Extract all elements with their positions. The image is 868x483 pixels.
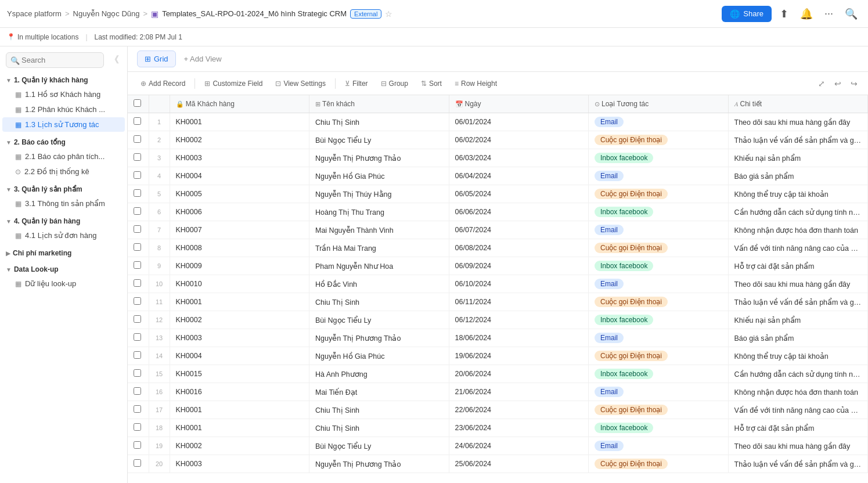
sidebar-section-header-3[interactable]: ▼ 3. Quản lý sản phẩm bbox=[0, 182, 127, 196]
table-row[interactable]: 7 KH0007 Mai Nguyễn Thành Vinh 06/07/202… bbox=[128, 221, 868, 239]
location-label: In multiple locations bbox=[17, 33, 78, 41]
row-checkbox[interactable] bbox=[134, 117, 141, 125]
view-settings-button[interactable]: ⊡ View Settings bbox=[269, 77, 332, 91]
cell-chi-tiet: Thảo luận về vấn đề sản phẩm và giải phá… bbox=[728, 293, 868, 311]
cell-loai-tt: Cuộc gọi Điện thoại bbox=[589, 131, 729, 149]
row-checkbox[interactable] bbox=[134, 171, 141, 179]
table-row[interactable]: 12 KH0002 Bùi Ngọc Tiểu Ly 06/12/2024 In… bbox=[128, 311, 868, 329]
table-row[interactable]: 1 KH0001 Chiu Thị Sinh 06/01/2024 Email … bbox=[128, 113, 868, 131]
sidebar-item-2-2[interactable]: ⊙ 2.2 Đồ thị thống kê bbox=[2, 164, 125, 179]
cell-num: 5 bbox=[149, 185, 170, 203]
sidebar-item-1-3[interactable]: ▦ 1.3 Lịch sử Tương tác bbox=[2, 117, 125, 132]
cell-ten-kh: Bùi Ngọc Tiểu Ly bbox=[309, 437, 449, 455]
table-row[interactable]: 9 KH0009 Pham Nguyễn Như Hoa 06/09/2024 … bbox=[128, 257, 868, 275]
sidebar-item-4-1[interactable]: ▦ 4.1 Lịch sử đơn hàng bbox=[2, 228, 125, 243]
table-row[interactable]: 2 KH0002 Bùi Ngọc Tiểu Ly 06/02/2024 Cuộ… bbox=[128, 131, 868, 149]
cell-num: 2 bbox=[149, 131, 170, 149]
col-ten-kh: ⊞Tên khách bbox=[309, 95, 449, 113]
table-row[interactable]: 5 KH0005 Nguyễn Thị Thúy Hằng 06/05/2024… bbox=[128, 185, 868, 203]
table-row[interactable]: 11 KH0001 Chiu Thị Sinh 06/11/2024 Cuộc … bbox=[128, 293, 868, 311]
row-checkbox[interactable] bbox=[134, 153, 141, 161]
table-row[interactable]: 17 KH0001 Chiu Thị Sinh 22/06/2024 Cuộc … bbox=[128, 401, 868, 419]
cell-ma-kh: KH0003 bbox=[170, 455, 309, 473]
star-icon[interactable]: ☆ bbox=[385, 9, 392, 19]
row-checkbox[interactable] bbox=[134, 441, 141, 449]
table-row[interactable]: 16 KH0016 Mai Tiến Đạt 21/06/2024 Email … bbox=[128, 383, 868, 401]
cell-num: 17 bbox=[149, 401, 170, 419]
row-checkbox[interactable] bbox=[134, 279, 141, 287]
select-all-checkbox[interactable] bbox=[134, 99, 141, 107]
sidebar-section-header-5[interactable]: ▶ Chi phí marketing bbox=[0, 246, 127, 259]
cell-ma-kh: KH0002 bbox=[170, 131, 309, 149]
filter-button[interactable]: ⊻ Filter bbox=[339, 77, 374, 91]
row-checkbox[interactable] bbox=[134, 351, 141, 359]
table-row[interactable]: 19 KH0002 Bùi Ngọc Tiểu Ly 24/06/2024 Em… bbox=[128, 437, 868, 455]
table-row[interactable]: 10 KH0010 Hồ Đắc Vinh 06/10/2024 Email T… bbox=[128, 275, 868, 293]
table-row[interactable]: 14 KH0004 Nguyễn Hồ Gia Phúc 19/06/2024 … bbox=[128, 347, 868, 365]
sidebar-item-label-3-1: 3.1 Thông tin sản phẩm bbox=[25, 199, 105, 208]
group-button[interactable]: ⊟ Group bbox=[375, 77, 414, 91]
row-checkbox[interactable] bbox=[134, 243, 141, 251]
row-checkbox[interactable] bbox=[134, 297, 141, 305]
sidebar-item-3-1[interactable]: ▦ 3.1 Thông tin sản phẩm bbox=[2, 196, 125, 211]
row-checkbox[interactable] bbox=[134, 135, 141, 143]
cell-ma-kh: KH0009 bbox=[170, 257, 309, 275]
sort-button[interactable]: ⇅ Sort bbox=[415, 77, 448, 91]
cell-ten-kh: Bùi Ngọc Tiểu Ly bbox=[309, 131, 449, 149]
table-row[interactable]: 13 KH0003 Nguyễn Thị Phương Thảo 18/06/2… bbox=[128, 329, 868, 347]
subbar: 📍 In multiple locations | Last modified:… bbox=[0, 28, 868, 46]
row-checkbox[interactable] bbox=[134, 369, 141, 377]
search-icon[interactable]: 🔍 bbox=[841, 5, 861, 23]
row-height-button[interactable]: ≡ Row Height bbox=[449, 77, 503, 91]
publish-icon[interactable]: ⬆ bbox=[776, 5, 792, 23]
row-height-icon: ≡ bbox=[455, 80, 459, 88]
table-row[interactable]: 4 KH0004 Nguyễn Hồ Gia Phúc 06/04/2024 E… bbox=[128, 167, 868, 185]
tab-grid[interactable]: ⊞ Grid bbox=[137, 51, 176, 67]
customize-field-button[interactable]: ⊞ Customize Field bbox=[199, 77, 268, 91]
row-checkbox[interactable] bbox=[134, 459, 141, 467]
row-checkbox[interactable] bbox=[134, 315, 141, 323]
undo-icon[interactable]: ↩ bbox=[831, 77, 845, 91]
redo-icon[interactable]: ↪ bbox=[847, 77, 861, 91]
sidebar-section-header-6[interactable]: ▼ Data Look-up bbox=[0, 262, 127, 276]
expand-icon[interactable]: ⤢ bbox=[815, 77, 829, 91]
sidebar-item-1-1[interactable]: ▦ 1.1 Hồ sơ Khách hàng bbox=[2, 87, 125, 102]
more-icon[interactable]: ··· bbox=[821, 5, 837, 22]
sidebar-section-header-2[interactable]: ▼ 2. Báo cáo tổng bbox=[0, 135, 127, 149]
row-checkbox[interactable] bbox=[134, 423, 141, 431]
row-checkbox[interactable] bbox=[134, 225, 141, 233]
table-row[interactable]: 6 KH0006 Hoàng Thị Thu Trang 06/06/2024 … bbox=[128, 203, 868, 221]
table-row[interactable]: 15 KH0015 Hà Anh Phương 20/06/2024 Inbox… bbox=[128, 365, 868, 383]
cell-ten-kh: Pham Nguyễn Như Hoa bbox=[309, 257, 449, 275]
loai-badge: Cuộc gọi Điện thoại bbox=[595, 297, 668, 307]
search-input[interactable] bbox=[6, 52, 104, 68]
sidebar-section-header-1[interactable]: ▼ 1. Quản lý khách hàng bbox=[0, 73, 127, 86]
table-row[interactable]: 8 KH0008 Trần Hà Mai Trang 06/08/2024 Cu… bbox=[128, 239, 868, 257]
table-row[interactable]: 18 KH0001 Chiu Thị Sinh 23/06/2024 Inbox… bbox=[128, 419, 868, 437]
row-checkbox[interactable] bbox=[134, 189, 141, 197]
sidebar-item-1-2[interactable]: ▦ 1.2 Phân khúc Khách ... bbox=[2, 102, 125, 117]
share-button[interactable]: 🌐 Share bbox=[722, 6, 772, 22]
sidebar-section-header-4[interactable]: ▼ 4. Quản lý bán hàng bbox=[0, 214, 127, 228]
row-checkbox[interactable] bbox=[134, 333, 141, 341]
cell-ten-kh: Nguyễn Hồ Gia Phúc bbox=[309, 347, 449, 365]
loai-badge: Inbox facebook bbox=[595, 369, 653, 379]
sidebar-item-2-1[interactable]: ▦ 2.1 Báo cáo phân tích... bbox=[2, 149, 125, 164]
sidebar-collapse-button[interactable]: 《 bbox=[107, 53, 121, 67]
add-record-button[interactable]: ⊕ Add Record bbox=[135, 77, 191, 91]
row-checkbox[interactable] bbox=[134, 207, 141, 215]
cell-loai-tt: Email bbox=[589, 167, 729, 185]
row-checkbox[interactable] bbox=[134, 387, 141, 395]
row-checkbox[interactable] bbox=[134, 405, 141, 413]
sidebar-item-6-1[interactable]: ▦ Dữ liệu look-up bbox=[2, 276, 125, 291]
add-view-button[interactable]: + Add View bbox=[178, 51, 228, 67]
row-checkbox[interactable] bbox=[134, 261, 141, 269]
group-icon: ⊟ bbox=[381, 80, 387, 88]
table-row[interactable]: 3 KH0003 Nguyễn Thị Phương Thảo 06/03/20… bbox=[128, 149, 868, 167]
table-row[interactable]: 20 KH0003 Nguyễn Thị Phương Thảo 25/06/2… bbox=[128, 455, 868, 473]
notification-icon[interactable]: 🔔 bbox=[797, 5, 816, 23]
cell-chi-tiet: Báo giá sản phẩm bbox=[728, 329, 868, 347]
loai-badge: Email bbox=[595, 279, 624, 289]
section-5-label: Chi phí marketing bbox=[13, 249, 71, 257]
location-icon: 📍 bbox=[7, 33, 15, 41]
